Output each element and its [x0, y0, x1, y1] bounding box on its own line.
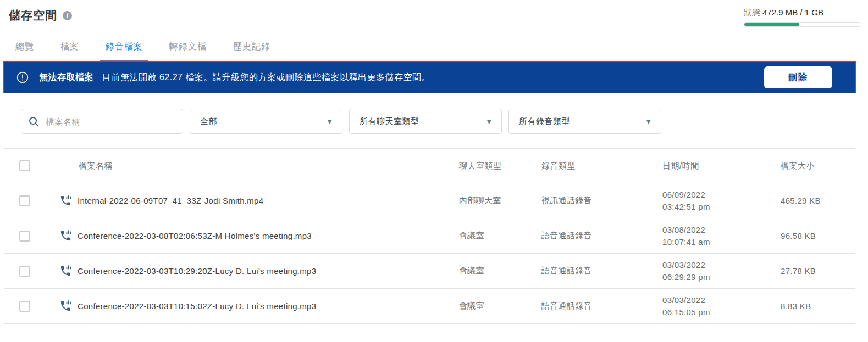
- chevron-down-icon: ▼: [326, 117, 333, 126]
- recording-type-cell: 語音通話錄音: [541, 254, 662, 289]
- chevron-down-icon: ▼: [645, 117, 652, 126]
- alert-message: 目前無法開啟 62.27 檔案。請升級您的方案或刪除這些檔案以釋出更多儲存空間。: [102, 72, 764, 83]
- status-label: 狀態: [744, 8, 760, 17]
- storage-progress-fill: [744, 23, 799, 26]
- tab-錄音檔案[interactable]: 錄音檔案: [100, 41, 148, 61]
- delete-button[interactable]: 刪除: [764, 66, 832, 88]
- room-type-cell: 會議室: [459, 289, 541, 324]
- room-type-cell: 內部聊天室: [459, 183, 541, 218]
- room-type-dropdown-value: 所有聊天室類型: [360, 116, 419, 127]
- date-text: 03/03/2022: [662, 294, 781, 306]
- header-file-name: 檔案名稱: [55, 149, 459, 183]
- time-text: 06:15:05 pm: [662, 306, 781, 318]
- file-size-cell: 27.78 KB: [781, 254, 855, 289]
- room-type-cell: 會議室: [459, 218, 541, 254]
- datetime-cell: 06/09/2022 03:42:51 pm: [662, 183, 781, 218]
- file-name: Conference-2022-03-03T10:15:02Z-Lucy D. …: [78, 301, 316, 311]
- row-checkbox[interactable]: [19, 301, 30, 312]
- storage-status: 狀態472.9 MB / 1 GB: [744, 8, 861, 27]
- table-header-row: 檔案名稱 聊天室類型 錄音類型 日期/時間 檔案大小: [4, 149, 855, 183]
- header-room-type: 聊天室類型: [459, 149, 541, 183]
- chevron-down-icon: ▼: [485, 117, 493, 126]
- date-text: 06/09/2022: [662, 189, 781, 201]
- date-text: 03/03/2022: [662, 259, 781, 271]
- datetime-cell: 03/08/2022 10:07:41 am: [662, 218, 781, 254]
- select-all-checkbox[interactable]: [19, 160, 30, 171]
- recording-type-cell: 語音通話錄音: [541, 289, 662, 324]
- call-recording-icon: [59, 194, 72, 207]
- header-file-size: 檔案大小: [781, 149, 855, 183]
- file-name: Conference-2022-03-03T10:29:20Z-Lucy D. …: [78, 266, 316, 276]
- file-size-cell: 8.83 KB: [781, 289, 855, 324]
- datetime-cell: 03/03/2022 06:29:29 pm: [662, 254, 781, 289]
- warning-icon: [16, 71, 29, 84]
- room-type-dropdown[interactable]: 所有聊天室類型 ▼: [349, 109, 502, 134]
- tab-檔案[interactable]: 檔案: [55, 41, 85, 61]
- file-name: Conference-2022-03-08T02:06:53Z-M Holmes…: [78, 231, 312, 240]
- row-checkbox[interactable]: [19, 195, 30, 206]
- table-row[interactable]: Conference-2022-03-08T02:06:53Z-M Holmes…: [4, 218, 855, 254]
- time-text: 06:29:29 pm: [662, 271, 781, 283]
- page-title: 儲存空間: [9, 8, 57, 23]
- row-checkbox[interactable]: [19, 231, 30, 242]
- recording-type-cell: 視訊通話錄音: [541, 183, 662, 218]
- tab-總覽[interactable]: 總覽: [10, 41, 40, 61]
- tab-轉錄文檔[interactable]: 轉錄文檔: [164, 41, 212, 61]
- file-name: Internal-2022-06-09T07_41_33Z-Jodi Smith…: [78, 196, 263, 205]
- recording-type-cell: 語音通話錄音: [541, 218, 662, 254]
- scope-dropdown[interactable]: 全部 ▼: [190, 109, 342, 134]
- call-recording-icon: [59, 265, 72, 277]
- row-checkbox[interactable]: [19, 266, 30, 277]
- tab-歷史記錄[interactable]: 歷史記錄: [228, 41, 276, 61]
- header-recording-type: 錄音類型: [541, 149, 662, 183]
- call-recording-icon: [59, 300, 72, 312]
- tab-bar: 總覽檔案錄音檔案轉錄文檔歷史記錄: [10, 41, 868, 61]
- scope-dropdown-value: 全部: [200, 116, 217, 127]
- table-row[interactable]: Conference-2022-03-03T10:29:20Z-Lucy D. …: [4, 254, 855, 289]
- time-text: 03:42:51 pm: [662, 201, 781, 213]
- info-icon[interactable]: i: [63, 11, 72, 20]
- file-size-cell: 465.29 KB: [781, 183, 855, 218]
- header-datetime: 日期/時間: [662, 149, 781, 183]
- file-name-search[interactable]: [21, 109, 183, 134]
- status-value: 472.9 MB / 1 GB: [762, 8, 823, 17]
- search-input[interactable]: [46, 117, 176, 126]
- storage-page: 儲存空間 i 狀態472.9 MB / 1 GB 總覽檔案錄音檔案轉錄文檔歷史記…: [0, 0, 868, 342]
- alert-title: 無法存取檔案: [39, 72, 93, 83]
- filter-bar: 全部 ▼ 所有聊天室類型 ▼ 所有錄音類型 ▼: [21, 109, 855, 134]
- datetime-cell: 03/03/2022 06:15:05 pm: [662, 289, 781, 324]
- call-recording-icon: [59, 229, 72, 242]
- recording-type-dropdown[interactable]: 所有錄音類型 ▼: [508, 109, 661, 134]
- date-text: 03/08/2022: [662, 224, 781, 236]
- recording-type-dropdown-value: 所有錄音類型: [519, 116, 570, 127]
- page-header: 儲存空間 i 狀態472.9 MB / 1 GB: [0, 0, 868, 27]
- recordings-table: 檔案名稱 聊天室類型 錄音類型 日期/時間 檔案大小 Inte: [4, 148, 855, 324]
- table-row[interactable]: Internal-2022-06-09T07_41_33Z-Jodi Smith…: [4, 183, 855, 218]
- alert-banner: 無法存取檔案 目前無法開啟 62.27 檔案。請升級您的方案或刪除這些檔案以釋出…: [3, 61, 856, 93]
- file-size-cell: 96.58 KB: [781, 218, 855, 254]
- search-icon: [28, 116, 40, 127]
- room-type-cell: 會議室: [459, 254, 541, 289]
- table-row[interactable]: Conference-2022-03-03T10:15:02Z-Lucy D. …: [4, 289, 855, 324]
- storage-progress-bar: [744, 22, 861, 27]
- time-text: 10:07:41 am: [662, 236, 781, 248]
